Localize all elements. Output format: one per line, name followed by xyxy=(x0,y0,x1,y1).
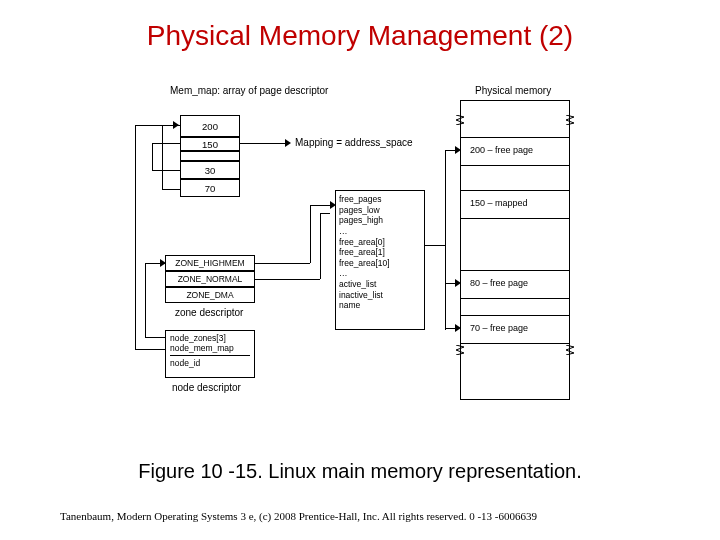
zig-bl xyxy=(456,345,464,355)
page-desc-30: 30 xyxy=(180,161,240,179)
fb-l3: pages_high xyxy=(339,215,383,226)
fb-l8: inactive_list xyxy=(339,290,383,301)
fa-in-3a xyxy=(455,324,461,332)
pm-r4: 70 – free page xyxy=(470,323,528,333)
nz-v xyxy=(145,263,146,337)
pm-r3: 80 – free page xyxy=(470,278,528,288)
zone-arrow-1 xyxy=(255,263,310,264)
page-desc-70: 70 xyxy=(180,179,240,197)
zone-arrow-2 xyxy=(255,279,320,280)
pm-d5 xyxy=(460,270,570,271)
zone-struct-box: free_pages pages_low pages_high … free_a… xyxy=(335,190,425,330)
pm-d7 xyxy=(460,315,570,316)
zig-tr xyxy=(566,115,574,125)
pm-r1: 200 – free page xyxy=(470,145,533,155)
nd-l1: node_zones[3] xyxy=(170,333,226,343)
fb-l4: free_area[0] xyxy=(339,237,385,248)
zone-arrow-2h xyxy=(320,213,330,214)
page-desc-200: 200 xyxy=(180,115,240,137)
zone-arrow-1v xyxy=(310,205,311,263)
node-desc-box: node_zones[3] node_mem_map node_id xyxy=(165,330,255,378)
zone-dma: ZONE_DMA xyxy=(165,287,255,303)
zone-desc-caption: zone descriptor xyxy=(175,307,243,318)
pm-d3 xyxy=(460,190,570,191)
nm-v xyxy=(135,125,136,349)
fa-in-2a xyxy=(455,279,461,287)
pm-d1 xyxy=(460,137,570,138)
pm-d8 xyxy=(460,343,570,344)
copyright-footer: Tanenbaum, Modern Operating Systems 3 e,… xyxy=(60,510,660,522)
fb-l6: free_area[10] xyxy=(339,258,390,269)
fb-l5: free_area[1] xyxy=(339,247,385,258)
link-v1 xyxy=(162,125,163,189)
pm-d6 xyxy=(460,298,570,299)
pm-d4 xyxy=(460,218,570,219)
mapping-label: Mapping = address_space xyxy=(295,137,413,148)
nm-h2 xyxy=(135,125,173,126)
fb-e1: … xyxy=(339,226,348,237)
link-v2 xyxy=(152,143,153,170)
zig-br xyxy=(566,345,574,355)
fa-out-h xyxy=(425,245,445,246)
mapping-line xyxy=(240,143,285,144)
link-h2 xyxy=(162,189,180,190)
nz-h1 xyxy=(145,337,165,338)
nd-l3: node_id xyxy=(170,358,200,368)
fb-e2: … xyxy=(339,268,348,279)
zone-highmem: ZONE_HIGHMEM xyxy=(165,255,255,271)
slide-title: Physical Memory Management (2) xyxy=(0,0,720,64)
diagram-area: Mem_map: array of page descriptor 200 15… xyxy=(60,85,660,435)
zone-arrow-2v xyxy=(320,213,321,279)
nd-l2: node_mem_map xyxy=(170,343,234,353)
fb-l7: active_list xyxy=(339,279,376,290)
page-desc-div xyxy=(180,151,240,161)
link-h4 xyxy=(152,170,180,171)
figure-caption: Figure 10 -15. Linux main memory represe… xyxy=(0,460,720,483)
zig-tl xyxy=(456,115,464,125)
pm-r2: 150 – mapped xyxy=(470,198,528,208)
nz-arrow xyxy=(160,259,166,267)
fb-l9: name xyxy=(339,300,360,311)
link-h3 xyxy=(152,143,180,144)
mem-map-label: Mem_map: array of page descriptor xyxy=(170,85,328,96)
nd-div xyxy=(170,355,250,356)
fa-in-1a xyxy=(455,146,461,154)
page-desc-150: 150 xyxy=(180,137,240,151)
pm-d2 xyxy=(460,165,570,166)
nm-arrow xyxy=(173,121,179,129)
fb-l2: pages_low xyxy=(339,205,380,216)
node-desc-caption: node descriptor xyxy=(172,382,241,393)
mapping-arrow xyxy=(285,139,291,147)
fa-out-v xyxy=(445,150,446,330)
zone-arrow-1h2 xyxy=(310,205,330,206)
fb-l1: free_pages xyxy=(339,194,382,205)
zone-normal: ZONE_NORMAL xyxy=(165,271,255,287)
phys-mem-label: Physical memory xyxy=(475,85,551,96)
nm-h1 xyxy=(135,349,165,350)
